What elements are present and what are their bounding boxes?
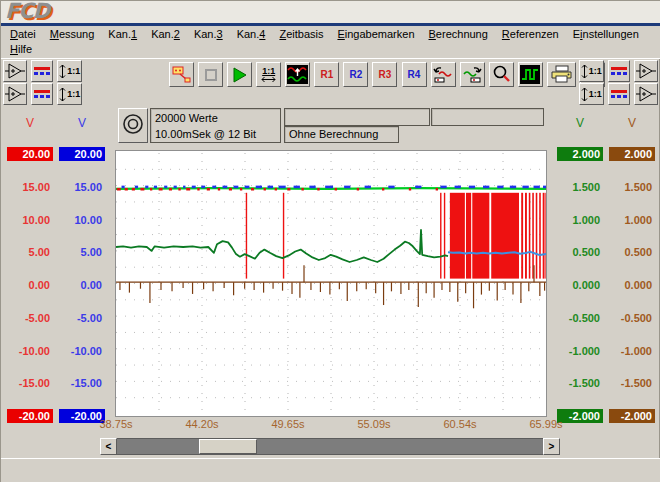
start-measurement-button[interactable] xyxy=(227,62,252,87)
acquisition-info-panel: 20000 Werte 10.00mSek @ 12 Bit xyxy=(150,108,281,143)
scale-1to1-ch1-button[interactable]: 1:1 xyxy=(57,60,82,82)
ref-2-button[interactable]: R2 xyxy=(343,62,368,87)
amplifier-ch1-button[interactable] xyxy=(3,60,27,82)
amplifier-icon xyxy=(636,86,656,102)
channel-1-red-tick-15.00: 15.00 xyxy=(7,180,53,194)
scale-label: 1:1 xyxy=(67,89,80,99)
offset-ch4-button[interactable] xyxy=(608,83,630,105)
channel-2-blue-tick-20.00[interactable]: 20.00 xyxy=(59,147,105,161)
ref-4-button[interactable]: R4 xyxy=(402,62,427,87)
channel-4-brown-tick-0.000: 0.000 xyxy=(609,278,655,292)
offset-lines-icon xyxy=(610,87,628,101)
amplifier-ch2-button[interactable] xyxy=(3,83,27,105)
step-signal-icon xyxy=(520,65,540,84)
display-signals-button[interactable] xyxy=(285,62,310,87)
offset-ch1-button[interactable] xyxy=(31,60,53,82)
offset-lines-icon xyxy=(33,64,51,78)
channel-3-green-tick-0.500: 0.500 xyxy=(557,245,603,259)
plot-area[interactable] xyxy=(115,150,547,417)
menu-item-kan3[interactable]: Kan.3 xyxy=(187,27,230,42)
time-tick-60.54s: 60.54s xyxy=(427,418,493,430)
app-window: FCD DateiMessungKan.1Kan.2Kan.3Kan.4Zeit… xyxy=(0,0,660,482)
channel-2-blue-tick-10.00: 10.00 xyxy=(59,213,105,227)
channel-2-blue-unit-label: V xyxy=(59,116,105,130)
time-scale-label: 1:1 xyxy=(262,67,275,76)
sample-count: 20000 Werte xyxy=(155,110,276,126)
channel-1-red-tick--20.00[interactable]: -20.00 xyxy=(7,409,53,423)
channel-2-blue-tick--10.00: -10.00 xyxy=(59,344,105,358)
menu-item-messung[interactable]: Messung xyxy=(43,27,102,42)
scrollbar-track[interactable] xyxy=(117,438,543,455)
time-tick-49.65s: 49.65s xyxy=(255,418,321,430)
copy-green-wave-icon xyxy=(462,65,483,84)
scale-1to1-ch3-button[interactable]: 1:1 xyxy=(579,60,604,82)
stop-icon xyxy=(203,67,219,83)
channel-1-red-tick-10.00: 10.00 xyxy=(7,213,53,227)
offset-ch3-button[interactable] xyxy=(608,60,630,82)
amplifier-ch4-button[interactable] xyxy=(634,83,658,105)
ref-3-button[interactable]: R3 xyxy=(372,62,397,87)
toolbar-center-group: 1:1 R1 R2 R3 R4 xyxy=(169,62,606,87)
channel-3-green-unit-label: V xyxy=(557,116,603,130)
amplifier-ch3-button[interactable] xyxy=(634,60,658,82)
scroll-right-button[interactable]: > xyxy=(543,438,560,455)
marker-info-panel xyxy=(284,108,430,126)
scale-label: 1:1 xyxy=(589,66,602,76)
trigger-mode-button[interactable] xyxy=(118,108,148,143)
menu-item-datei[interactable]: Datei xyxy=(3,27,43,42)
toolbar-left-group: 1:1 1:1 xyxy=(3,60,83,106)
scrollbar-thumb[interactable] xyxy=(199,439,257,454)
time-1to1-button[interactable]: 1:1 xyxy=(256,62,281,87)
menu-item-kan1[interactable]: Kan.1 xyxy=(101,27,144,42)
ref-1-button[interactable]: R1 xyxy=(314,62,339,87)
printer-icon xyxy=(550,65,573,84)
channel-1-red-tick-0.00: 0.00 xyxy=(7,278,53,292)
zoom-button[interactable] xyxy=(489,62,514,87)
copy-to-reference-button[interactable] xyxy=(431,62,456,87)
load-from-reference-button[interactable] xyxy=(460,62,485,87)
channel-3-green-tick--1.000: -1.000 xyxy=(557,344,603,358)
channel-1-red-tick--15.00: -15.00 xyxy=(7,376,53,390)
play-icon xyxy=(231,66,249,84)
channel-3-green-tick-2.000[interactable]: 2.000 xyxy=(557,147,603,161)
time-tick-65.99s: 65.99s xyxy=(513,418,579,430)
print-button[interactable] xyxy=(547,62,576,87)
vertical-arrow-icon xyxy=(581,64,588,79)
menu-item-kan4[interactable]: Kan.4 xyxy=(230,27,273,42)
menu-item-eingabemarken[interactable]: Eingabemarken xyxy=(330,27,421,42)
cursor-info-panel xyxy=(431,108,544,126)
magnifier-icon xyxy=(492,65,511,84)
channel-4-brown-tick-1.000: 1.000 xyxy=(609,213,655,227)
time-tick-55.09s: 55.09s xyxy=(341,418,407,430)
channel-2-blue-tick-0.00: 0.00 xyxy=(59,278,105,292)
toolbar: 1:1 1:1 1:1 R1 R2 R3 R4 xyxy=(1,58,660,106)
channel-4-brown-tick-1.500: 1.500 xyxy=(609,180,655,194)
scale-label: 1:1 xyxy=(67,66,80,76)
channel-4-brown-tick-0.500: 0.500 xyxy=(609,245,655,259)
menu-item-kan2[interactable]: Kan.2 xyxy=(144,27,187,42)
menu-item-einstellungen[interactable]: Einstellungen xyxy=(566,27,646,42)
offset-ch2-button[interactable] xyxy=(31,83,53,105)
channel-4-brown-tick-2.000[interactable]: 2.000 xyxy=(609,147,655,161)
scale-label: 1:1 xyxy=(589,89,602,99)
channel-3-green-tick--0.500: -0.500 xyxy=(557,311,603,325)
menu-row-2: Hilfe xyxy=(3,42,660,57)
scroll-left-button[interactable]: < xyxy=(100,438,117,455)
menu-bar: DateiMessungKan.1Kan.2Kan.3Kan.4Zeitbasi… xyxy=(1,26,660,58)
menu-item-zeitbasis[interactable]: Zeitbasis xyxy=(272,27,330,42)
scale-1to1-ch2-button[interactable]: 1:1 xyxy=(57,83,82,105)
channel-4-brown-tick--2.000[interactable]: -2.000 xyxy=(609,409,655,423)
vertical-arrow-icon xyxy=(59,64,66,79)
stop-button[interactable] xyxy=(198,62,223,87)
offset-lines-icon xyxy=(610,64,628,78)
scale-1to1-ch4-button[interactable]: 1:1 xyxy=(579,83,604,105)
menu-item-berechnung[interactable]: Berechnung xyxy=(422,27,495,42)
channel-4-brown-tick--0.500: -0.500 xyxy=(609,311,655,325)
time-scrollbar[interactable]: < > xyxy=(100,438,560,455)
waveform-display-icon xyxy=(287,65,308,84)
channel-1-red-tick-20.00[interactable]: 20.00 xyxy=(7,147,53,161)
menu-item-hilfe[interactable]: Hilfe xyxy=(3,42,39,57)
menu-item-referenzen[interactable]: Referenzen xyxy=(495,27,566,42)
digital-display-button[interactable] xyxy=(518,62,543,87)
connect-sensors-button[interactable] xyxy=(169,62,194,87)
